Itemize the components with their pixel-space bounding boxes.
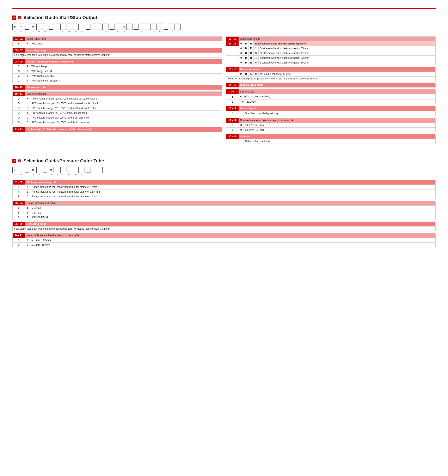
desc-measuring-range: Four digits, less than four digits are p… — [13, 53, 222, 57]
code-6: 6 — [248, 72, 253, 77]
code-box-F: F — [19, 23, 24, 30]
code-S-0: S — [226, 123, 239, 128]
code-S-9: S — [226, 128, 239, 132]
code2-S1: S — [13, 206, 25, 210]
desc2-FC: Flange measuring rod, measuring rod oute… — [30, 194, 436, 199]
dash5: — — [134, 27, 138, 32]
table-cable-length: 12 - 13 Cable length, 01~99 units: meter… — [12, 127, 222, 132]
desc-flange-m18: With flange M18×1.5 — [30, 69, 222, 74]
code-box2-08 — [67, 167, 72, 173]
empty-cell-3 — [226, 56, 239, 60]
label-cable-outlet-right: Cable outlet mode — [239, 37, 436, 41]
code-9-nu: 9 — [239, 128, 244, 132]
range-14-17: 14 - 17 — [226, 83, 239, 87]
code-3: 3 — [25, 74, 30, 78]
label-connection-form: Connection form — [25, 85, 222, 90]
code2-2t: 2 — [25, 210, 30, 215]
desc2-FA: Flange measuring rod, measuring rod oute… — [30, 185, 436, 189]
code-box-11 — [90, 23, 96, 30]
code-box-21 — [175, 23, 181, 30]
range2-10-11: 10 - 11 — [13, 233, 25, 238]
code-4: 4 — [25, 78, 30, 83]
range-15: 15 — [226, 89, 239, 94]
code-0-r5: 0 — [239, 60, 244, 65]
code-C2: C — [13, 69, 25, 74]
label2-measuring: Measuring range — [25, 222, 436, 227]
code-R-r2: R — [248, 46, 253, 51]
code-D-H-1: D — [13, 96, 25, 101]
desc2-m20: M20×1.5 — [30, 210, 436, 215]
dash2: — — [49, 27, 53, 32]
desc-flange-m20: With flange M20×1.5 — [30, 74, 222, 78]
code-box-13 — [103, 23, 109, 30]
range-01-02: 01 - 02 — [13, 37, 25, 41]
desc-508-107: 50.8mm+107mm — [244, 128, 436, 132]
code-box-19 — [157, 23, 163, 30]
range-12-13: 12 - 13 — [13, 127, 25, 132]
code-0-r3: 0 — [239, 51, 244, 56]
code-0-nu: 0 — [239, 123, 244, 128]
code-0-r2: 0 — [239, 46, 244, 51]
code-D-C-1: D — [13, 120, 25, 125]
code2-S3: S — [13, 215, 25, 220]
code-box2-11a — [90, 167, 96, 173]
table-signal-output: 14 - 17 Signal output mode — [226, 83, 436, 87]
section2-divider — [12, 152, 436, 152]
x-box-small-2: x — [18, 159, 21, 162]
code-box-17 — [145, 23, 151, 30]
code-box2-F: F — [12, 167, 18, 173]
code-box-07 — [60, 23, 66, 30]
desc-no-flange: Without flange — [30, 64, 222, 69]
desc-country: Refer to the country list — [244, 139, 436, 144]
code-D-I-1: D — [13, 111, 25, 115]
code-box2-04 — [36, 167, 42, 173]
code2-0-nu: 0 — [25, 238, 30, 243]
code-box-R: R — [12, 23, 18, 30]
code-blank-20 — [226, 139, 239, 144]
code-box2-10 — [79, 167, 85, 173]
code-box-R2: R — [121, 23, 127, 30]
label-sensor-shell: Sensor shell form — [25, 37, 222, 41]
range2-03-04: 03 - 04 — [13, 201, 25, 206]
table-input-voltage: 15 Input voltage 1 + 24Vdc （- 20% ~ + 20… — [226, 89, 436, 104]
section2-title-row: X x Selection Guide-Pressure Outer Tube — [12, 158, 436, 164]
range-20-21: 20 - 21 — [226, 134, 239, 139]
desc-start-stop: Start/Stop，multi-Magnet ring — [244, 111, 436, 116]
desc-DC: PVC sheath, orange,-20~105℃, end 8-pin c… — [30, 120, 222, 125]
code-0-r4: 0 — [239, 56, 244, 60]
code-box2-09 — [73, 167, 78, 173]
code2-1t: 1 — [25, 206, 30, 210]
code-box2-S: S — [30, 167, 36, 173]
dash6: — — [164, 27, 168, 32]
code-D-B-1: D — [13, 106, 25, 111]
code-P: P — [239, 72, 244, 77]
label-connector-mode: Connector mode — [239, 67, 436, 72]
desc2-m18: M18×1.5 — [30, 206, 436, 210]
x-box-large-2: X — [12, 159, 16, 163]
dash2-2: — — [43, 170, 47, 176]
table-country: 20 - 21 Country Refer to the country lis… — [226, 134, 436, 144]
code-2: 2 — [253, 46, 258, 51]
code-seg-16-19: 16171819 — [139, 23, 163, 32]
code-U: U — [25, 101, 30, 106]
code-box-blank-15 — [127, 23, 133, 30]
label-output-signal: Output signal — [239, 106, 436, 111]
code-box2-02 — [19, 167, 24, 173]
range-03-07: 03 - 07 — [13, 48, 25, 53]
code-C3: C — [13, 74, 25, 78]
empty-p — [226, 72, 239, 77]
x-box-small: x — [18, 16, 21, 19]
code-box-05 — [43, 23, 48, 30]
range-16-17: 16 - 17 — [226, 106, 239, 111]
label-nonusable-right: Non-usable area at head and end, customi… — [239, 118, 436, 123]
empty-cell-1 — [226, 46, 239, 51]
table2-measuring: 05 - 09 Measuring range Four digits, les… — [12, 221, 436, 231]
range-10-11: 10 - 11 — [13, 92, 25, 96]
desc-DH: PUR sheath, orange,-20~90℃, end scattere… — [30, 96, 222, 101]
code-1-os: 1 — [239, 111, 244, 116]
code-0-conn: 0 — [253, 72, 258, 77]
label2-flange-thread: Flange thread specification — [25, 201, 436, 206]
desc-508-635: 50.8mm+63.5mm — [244, 123, 436, 128]
code-box-blank-14 — [115, 23, 120, 30]
table-magnet-ring: 08 - 09 Magnet ring type/mounting thread… — [12, 59, 222, 83]
